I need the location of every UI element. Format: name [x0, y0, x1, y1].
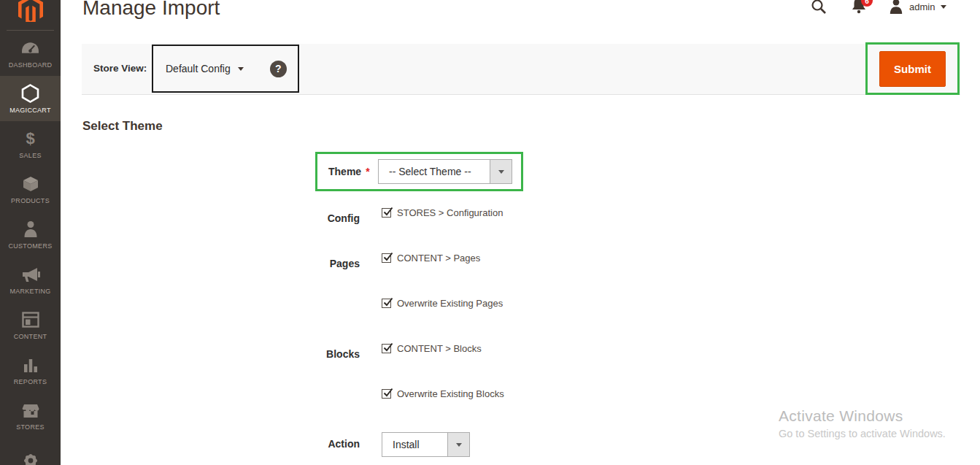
sidebar-item-system[interactable]: [0, 438, 61, 465]
manage-import-page: DASHBOARD MAGICCART $ SALES PRODUCT: [0, 0, 980, 465]
megaphone-icon: [21, 265, 40, 284]
admin-avatar-icon: [889, 0, 903, 15]
hexagon-icon: [20, 84, 40, 103]
blocks-label: Blocks: [279, 348, 360, 360]
theme-select-arrow-button[interactable]: [490, 160, 512, 183]
notifications-bell-icon[interactable]: 6: [851, 0, 873, 17]
overwrite-blocks-checkbox-label: Overwrite Existing Blocks: [397, 388, 504, 399]
blocks-checkbox[interactable]: [382, 344, 391, 353]
section-title: Select Theme: [82, 119, 163, 134]
bar-chart-icon: [22, 356, 39, 374]
sidebar-label-customers: CUSTOMERS: [8, 242, 52, 250]
sidebar-item-reports[interactable]: REPORTS: [0, 347, 61, 393]
admin-sidebar: DASHBOARD MAGICCART $ SALES PRODUCT: [0, 0, 61, 465]
submit-annotation-box: Submit: [865, 42, 960, 95]
store-view-label: Store View:: [93, 63, 147, 74]
admin-user-menu[interactable]: admin: [889, 0, 946, 15]
chevron-down-icon: [941, 5, 946, 9]
theme-select-value: -- Select Theme --: [379, 160, 490, 183]
page-title: Manage Import: [82, 0, 220, 20]
pages-label: Pages: [279, 258, 360, 269]
overwrite-pages-checkbox[interactable]: [382, 299, 391, 308]
watermark-title: Activate Windows: [779, 407, 946, 425]
box-icon: [22, 174, 39, 193]
layout-icon: [22, 310, 39, 329]
pages-checkbox-row: CONTENT > Pages: [382, 253, 480, 264]
sidebar-label-dashboard: DASHBOARD: [9, 61, 53, 69]
store-view-caret-icon[interactable]: [238, 67, 244, 71]
sidebar-label-products: PRODUCTS: [11, 197, 50, 204]
blocks-checkbox-label: CONTENT > Blocks: [397, 343, 482, 354]
magento-logo[interactable]: [7, 0, 54, 31]
sidebar-label-sales: SALES: [19, 152, 42, 159]
sidebar-item-stores[interactable]: STORES: [0, 393, 61, 438]
sidebar-item-customers[interactable]: CUSTOMERS: [0, 212, 61, 257]
sidebar-label-content: CONTENT: [14, 333, 47, 340]
action-label: Action: [279, 438, 360, 450]
action-select-value: Install: [382, 433, 447, 456]
search-icon[interactable]: [810, 0, 827, 18]
gear-icon: [21, 451, 40, 465]
overwrite-blocks-checkbox[interactable]: [382, 389, 391, 399]
sidebar-item-products[interactable]: PRODUCTS: [0, 166, 61, 212]
chevron-down-icon: [498, 170, 504, 174]
action-select[interactable]: Install: [382, 432, 470, 457]
dashboard-gauge-icon: [21, 39, 39, 58]
theme-label: Theme: [328, 166, 361, 177]
sidebar-item-dashboard[interactable]: DASHBOARD: [0, 31, 61, 76]
activate-windows-watermark: Activate Windows Go to Settings to activ…: [779, 407, 946, 439]
watermark-subtitle: Go to Settings to activate Windows.: [779, 428, 946, 439]
required-asterisk: *: [366, 166, 369, 177]
chevron-down-icon: [456, 443, 462, 447]
sidebar-label-marketing: MARKETING: [9, 288, 50, 295]
blocks-checkbox-row: CONTENT > Blocks: [382, 343, 482, 354]
admin-username: admin: [909, 1, 935, 12]
overwrite-blocks-checkbox-row: Overwrite Existing Blocks: [382, 388, 504, 399]
dollar-icon: $: [26, 129, 34, 148]
config-label: Config: [279, 212, 360, 224]
action-select-arrow-button[interactable]: [447, 433, 469, 456]
sidebar-label-stores: STORES: [16, 423, 45, 431]
sidebar-item-content[interactable]: CONTENT: [0, 302, 61, 347]
theme-field-annotation: Theme* -- Select Theme --: [315, 152, 523, 191]
config-checkbox[interactable]: [382, 208, 391, 218]
store-view-switcher-annotation: Default Config ?: [152, 45, 299, 93]
config-checkbox-row: STORES > Configuration: [382, 207, 503, 218]
overwrite-pages-checkbox-label: Overwrite Existing Pages: [397, 298, 503, 309]
sidebar-item-marketing[interactable]: MARKETING: [0, 257, 61, 302]
magento-logo-icon: [18, 0, 43, 24]
overwrite-pages-checkbox-row: Overwrite Existing Pages: [382, 298, 503, 309]
store-view-toolbar: Store View: Default Config ? Submit: [82, 44, 960, 95]
submit-button[interactable]: Submit: [879, 51, 946, 87]
sidebar-label-reports: REPORTS: [14, 378, 47, 385]
sidebar-item-magiccart[interactable]: MAGICCART: [0, 76, 61, 121]
pages-checkbox[interactable]: [382, 253, 391, 263]
storefront-icon: [21, 401, 40, 420]
person-icon: [23, 220, 39, 239]
help-icon[interactable]: ?: [270, 61, 287, 77]
pages-checkbox-label: CONTENT > Pages: [397, 253, 480, 264]
theme-select[interactable]: -- Select Theme --: [378, 159, 512, 184]
sidebar-item-sales[interactable]: $ SALES: [0, 121, 61, 166]
config-checkbox-label: STORES > Configuration: [397, 207, 503, 218]
store-view-value[interactable]: Default Config: [166, 63, 231, 74]
sidebar-label-magiccart: MAGICCART: [9, 107, 51, 114]
